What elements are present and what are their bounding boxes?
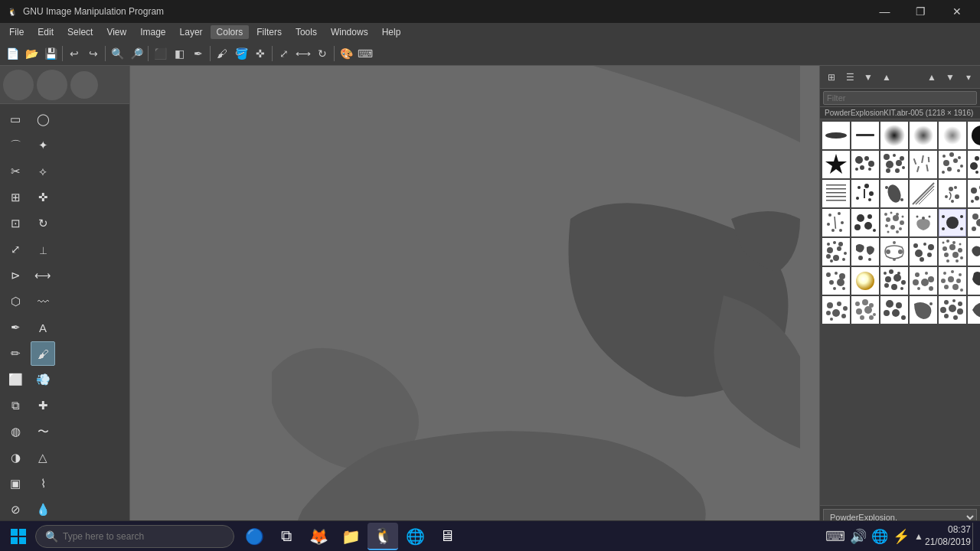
brush-cell[interactable] <box>910 296 937 324</box>
desktop-button[interactable] <box>972 523 977 550</box>
brush-cell[interactable] <box>822 122 850 149</box>
blend-tool[interactable]: ▣ <box>3 471 28 496</box>
color-picker-tool[interactable]: ⊘ <box>3 497 28 522</box>
taskbar-files-icon[interactable]: 📁 <box>335 523 366 550</box>
brush-cell[interactable] <box>880 238 908 266</box>
brush-cell[interactable] <box>851 238 879 266</box>
grid-view-btn[interactable]: ⊞ <box>823 69 840 86</box>
lasso-tool[interactable]: ⌒ <box>3 133 28 158</box>
menu-view[interactable]: View <box>100 25 132 39</box>
scroll-up-btn[interactable]: ▲ <box>923 69 940 86</box>
image-canvas[interactable] <box>130 66 819 551</box>
fuzzy-select-tool[interactable]: ✦ <box>31 133 55 158</box>
brush-cell[interactable] <box>968 209 980 236</box>
blur-tool[interactable]: ◍ <box>3 419 28 444</box>
undo-icon[interactable]: ↩ <box>65 44 83 63</box>
brush-tool-icon[interactable]: 🖌 <box>213 44 231 63</box>
brush-cell[interactable] <box>822 296 850 324</box>
drop-tool[interactable]: 💧 <box>31 497 55 522</box>
brush-cell[interactable] <box>880 122 908 149</box>
shear-tool[interactable]: ⟂ <box>31 237 55 262</box>
paths-tool[interactable]: ✒ <box>3 315 28 340</box>
brush-cell[interactable] <box>880 267 908 295</box>
perspective-tool[interactable]: ⊳ <box>3 263 28 288</box>
brush-cell[interactable] <box>851 122 879 149</box>
smudge-tool[interactable]: 〜 <box>31 419 55 444</box>
brush-cell[interactable] <box>910 151 937 178</box>
brush-cell[interactable] <box>910 238 937 266</box>
brush-cell[interactable] <box>968 296 980 324</box>
channels-icon[interactable]: ◧ <box>170 44 188 63</box>
scroll-down-btn[interactable]: ▼ <box>942 69 959 86</box>
start-button[interactable] <box>3 523 34 550</box>
color-mgr-icon[interactable]: 🎨 <box>337 44 355 63</box>
redo-icon[interactable]: ↪ <box>84 44 103 63</box>
brush-cell[interactable] <box>939 267 966 295</box>
flip-icon[interactable]: ⟷ <box>294 44 312 63</box>
brush-cell[interactable] <box>939 180 966 207</box>
brush-grid[interactable] <box>820 119 980 505</box>
airbrush-tool[interactable]: 💨 <box>31 367 55 392</box>
brush-cell[interactable] <box>910 180 937 207</box>
brush-cell[interactable] <box>968 180 980 207</box>
tray-icon-1[interactable]: ⌨ <box>825 528 845 545</box>
taskbar-cortana-icon[interactable]: 🔵 <box>239 523 270 550</box>
menu-colors[interactable]: Colors <box>211 25 250 39</box>
brush-cell[interactable] <box>968 238 980 266</box>
brush-cell[interactable] <box>851 209 879 236</box>
transform-icon[interactable]: ⤢ <box>275 44 293 63</box>
zoom-in-icon[interactable]: 🔍 <box>108 44 126 63</box>
menu-layer[interactable]: Layer <box>174 25 209 39</box>
brush-cell[interactable] <box>822 151 850 178</box>
taskbar-hp-icon[interactable]: 🖥 <box>432 523 462 550</box>
crop-tool[interactable]: ⊡ <box>3 211 28 236</box>
rotate-icon[interactable]: ↻ <box>313 44 332 63</box>
brush-cell[interactable] <box>851 296 879 324</box>
brush-cell[interactable] <box>939 296 966 324</box>
brush-cell[interactable] <box>939 238 966 266</box>
brush-cell[interactable] <box>939 122 966 149</box>
ellipse-select-tool[interactable]: ◯ <box>31 107 55 132</box>
layers-icon[interactable]: ⬛ <box>151 44 169 63</box>
taskbar-gimp-icon[interactable]: 🐧 <box>368 523 398 550</box>
tray-icon-3[interactable]: 🌐 <box>871 528 888 545</box>
brush-cell[interactable] <box>851 180 879 207</box>
bucket-fill-tool[interactable]: △ <box>31 445 55 470</box>
paintbrush-tool[interactable]: 🖌 <box>31 341 55 366</box>
selected-brush-cell[interactable] <box>939 209 966 236</box>
taskbar-task-view-icon[interactable]: ⧉ <box>271 523 302 550</box>
clone-tool[interactable]: ⧉ <box>3 393 28 418</box>
show-hidden-icons[interactable]: ▲ <box>914 531 923 542</box>
close-button[interactable]: ✕ <box>939 0 974 23</box>
eraser-tool[interactable]: ⬜ <box>3 367 28 392</box>
warp-tool[interactable]: 〰 <box>31 289 55 314</box>
menu-file[interactable]: File <box>3 25 30 39</box>
menu-help[interactable]: Help <box>376 25 407 39</box>
align-tool[interactable]: ⊞ <box>3 185 28 210</box>
search-bar[interactable]: 🔍 <box>35 525 234 548</box>
brush-cell[interactable] <box>822 238 850 266</box>
tray-icon-2[interactable]: 🔊 <box>850 528 867 545</box>
rect-select-tool[interactable]: ▭ <box>3 107 28 132</box>
gold-circle-brush-cell[interactable] <box>851 267 879 295</box>
brush-cell[interactable] <box>822 209 850 236</box>
dodge-burn-tool[interactable]: ◑ <box>3 445 28 470</box>
brush-cell[interactable] <box>822 180 850 207</box>
fill-icon[interactable]: 🪣 <box>232 44 250 63</box>
brush-cell[interactable] <box>880 296 908 324</box>
brush-cell[interactable] <box>880 180 908 207</box>
heal-tool[interactable]: ✚ <box>31 393 55 418</box>
menu-tools[interactable]: Tools <box>289 25 323 39</box>
foreground-select-tool[interactable]: ⟡ <box>31 159 55 184</box>
paths-icon[interactable]: ✒ <box>189 44 207 63</box>
size-larger-btn[interactable]: ▲ <box>878 69 895 86</box>
rotate-tool[interactable]: ↻ <box>31 211 55 236</box>
brush-cell[interactable] <box>910 209 937 236</box>
open-icon[interactable]: 📂 <box>22 44 41 63</box>
taskbar-chrome-icon[interactable]: 🌐 <box>400 523 430 550</box>
brush-cell[interactable] <box>851 151 879 178</box>
brush-cell[interactable] <box>910 122 937 149</box>
flip-tool[interactable]: ⟷ <box>31 263 55 288</box>
size-smaller-btn[interactable]: ▼ <box>860 69 877 86</box>
menu-edit[interactable]: Edit <box>31 25 60 39</box>
